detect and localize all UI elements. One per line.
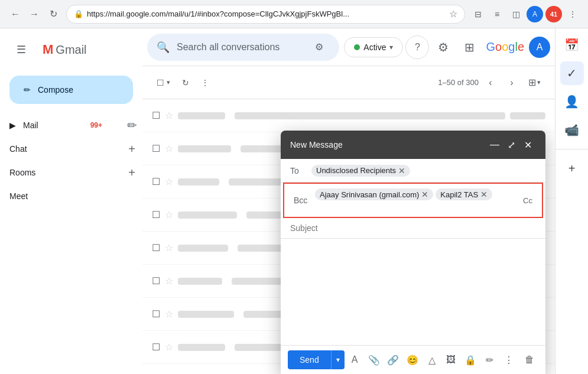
lock-icon: 🔒 [74,9,83,18]
emoji-button[interactable]: 😊 [404,350,422,369]
to-field[interactable]: To Undisclosed Recipients ✕ [281,159,545,183]
sidebar-item-row-mail: ▶ Mail 99+ ✏ [0,113,142,137]
header-actions: Active ▾ ? ⚙ ⊞ Google A [344,35,550,59]
star-icon[interactable]: ☆ [449,8,457,19]
browser-profile-avatar[interactable]: A [527,6,543,22]
bcc-recipient2-close-button[interactable]: ✕ [480,190,488,199]
browser-chrome: ← → ↻ 🔒 https://mail.google.com/mail/u/1… [0,0,588,28]
search-filter-button[interactable]: ⚙ [308,37,330,58]
select-all-checkbox[interactable]: ☐ ▾ [152,72,175,93]
to-label: To [290,166,307,175]
send-dropdown-button[interactable]: ▾ [331,350,345,369]
compose-text-area[interactable] [281,239,545,345]
search-placeholder: Search all conversations [177,42,301,53]
main-content: 🔍 Search all conversations ⚙ Active ▾ ? … [142,28,555,374]
bcc-field-wrapper: Bcc Ajaay Srinivasan (gmail.com) ✕ Kapil… [283,183,543,218]
hamburger-button[interactable]: ☰ [9,38,33,61]
sidebar-item-mail[interactable]: ▶ Mail 99+ [0,113,112,137]
to-recipient-close-button[interactable]: ✕ [398,166,405,175]
sidebar-item-row-meet: Meet [0,184,142,208]
forward-button[interactable]: → [26,6,43,22]
insert-link-button[interactable]: 🔗 [384,350,402,369]
search-icon: 🔍 [157,41,170,54]
bcc-text-input[interactable] [315,203,418,212]
gmail-logo: M Gmail [43,42,87,57]
reading-list-icon[interactable]: ≡ [489,6,505,22]
browser-menu-icon[interactable]: ⋮ [564,6,581,22]
chat-plus-button[interactable]: + [121,138,142,160]
compose-more-button[interactable]: ⋮ [500,350,518,369]
back-button[interactable]: ← [7,6,24,22]
url-text: https://mail.google.com/mail/u/1/#inbox?… [87,9,446,18]
view-toggle-button[interactable]: ⊞ ▾ [524,73,545,92]
right-panel: 📅 ✓ 👤 📹 + [555,28,588,374]
drive-button[interactable]: △ [423,350,441,369]
settings-button[interactable]: ⚙ [431,35,455,59]
nav-arrow-mail: ▶ [9,121,16,130]
search-bar[interactable]: 🔍 Search all conversations ⚙ [147,34,339,61]
sidebar-meet-label: Meet [9,191,124,201]
gmail-header: 🔍 Search all conversations ⚙ Active ▾ ? … [142,28,555,66]
sidebar-item-row-chat: Chat + [0,137,142,161]
attach-file-button[interactable]: 📎 [365,350,383,369]
bcc-recipient1-chip[interactable]: Ajaay Srinivasan (gmail.com) ✕ [315,188,433,200]
compose-expand-button[interactable]: ⤢ [503,136,519,153]
extension-badge[interactable]: 41 [545,6,562,22]
signature-button[interactable]: ✏ [480,350,499,369]
cc-button[interactable]: Cc [523,196,532,205]
app-container: ☰ M Gmail ✏ Compose ▶ Mail 99+ ✏ Chat + [0,28,588,374]
subject-field[interactable] [281,218,545,239]
sidebar-item-meet[interactable]: Meet [0,184,133,208]
refresh-emails-button[interactable]: ↻ [177,72,194,93]
contacts-panel-button[interactable]: 👤 [560,90,584,113]
send-button[interactable]: Send [288,350,331,369]
mail-badge: 99+ [90,121,102,129]
sidebar-logo-area: ☰ M Gmail [0,33,142,71]
compose-close-button[interactable]: ✕ [519,136,536,153]
google-logo: Google [486,40,524,54]
bookmarks-icon[interactable]: ⊟ [470,6,486,22]
gmail-text-label: Gmail [56,43,86,57]
add-panel-button[interactable]: + [560,157,584,180]
bcc-field-content: Ajaay Srinivasan (gmail.com) ✕ Kapil2 TA… [315,188,518,212]
bcc-recipient2-chip[interactable]: Kapil2 TAS ✕ [436,188,492,200]
sidebar-item-chat[interactable]: Chat [0,137,112,161]
next-page-button[interactable]: › [502,73,521,92]
user-avatar[interactable]: A [529,37,550,58]
discard-button[interactable]: 🗑 [520,350,538,369]
compose-minimize-button[interactable]: — [486,136,503,153]
compose-edit-icon: ✏ [24,85,31,95]
compose-label: Compose [38,85,73,95]
rooms-plus-button[interactable]: + [121,162,142,183]
bcc-recipient1-text: Ajaay Srinivasan (gmail.com) [320,190,419,199]
table-row[interactable]: ☐ ☆ [142,99,555,132]
confidential-button[interactable]: 🔒 [461,350,479,369]
refresh-button[interactable]: ↻ [45,6,61,22]
sidebar-item-rooms[interactable]: Rooms [0,161,112,184]
compose-button[interactable]: ✏ Compose [9,76,133,104]
mail-edit-icon[interactable]: ✏ [121,115,142,136]
status-dropdown-icon: ▾ [389,43,393,51]
calendar-panel-button[interactable]: 📅 [560,33,584,57]
more-actions-button[interactable]: ⋮ [196,72,214,93]
sidebar-mail-label: Mail [23,121,83,130]
bcc-field[interactable]: Bcc Ajaay Srinivasan (gmail.com) ✕ Kapil… [284,184,542,217]
address-bar[interactable]: 🔒 https://mail.google.com/mail/u/1/#inbo… [66,5,465,24]
meet-panel-button[interactable]: 📹 [560,118,584,142]
subject-input[interactable] [290,223,536,233]
format-text-button[interactable]: A [346,350,364,369]
status-button[interactable]: Active ▾ [344,37,403,57]
compose-modal-header: New Message — ⤢ ✕ [281,131,545,159]
email-toolbar: ☐ ▾ ↻ ⋮ 1–50 of 300 ‹ › ⊞ ▾ [142,66,555,99]
browser-actions: ⊟ ≡ ◫ A 41 ⋮ [470,6,581,22]
bcc-recipient1-close-button[interactable]: ✕ [421,190,428,199]
bcc-label: Bcc [294,196,310,205]
tasks-panel-button[interactable]: ✓ [560,61,584,85]
history-icon[interactable]: ◫ [508,6,524,22]
apps-grid-button[interactable]: ⊞ [457,35,481,59]
prev-page-button[interactable]: ‹ [481,73,500,92]
to-recipient-chip[interactable]: Undisclosed Recipients ✕ [311,165,410,177]
status-label: Active [363,43,386,52]
photo-button[interactable]: 🖼 [442,350,460,369]
help-button[interactable]: ? [405,35,429,59]
